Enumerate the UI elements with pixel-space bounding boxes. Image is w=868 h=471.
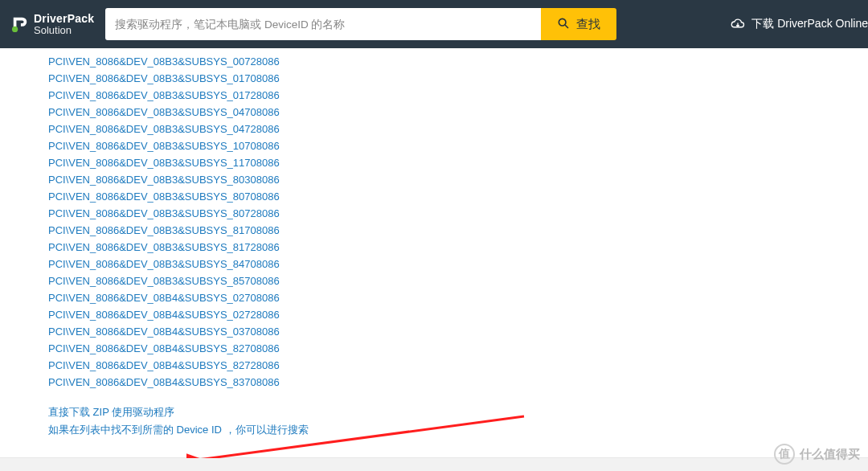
- cloud-download-icon: [731, 18, 745, 30]
- search-input[interactable]: [105, 8, 541, 40]
- search-hint-link[interactable]: 如果在列表中找不到所需的 Device ID ，你可以进行搜索: [48, 421, 820, 439]
- main-content: PCI\VEN_8086&DEV_08B3&SUBSYS_00728086PCI…: [0, 48, 868, 458]
- device-id-link[interactable]: PCI\VEN_8086&DEV_08B3&SUBSYS_11708086: [48, 154, 820, 171]
- device-id-link[interactable]: PCI\VEN_8086&DEV_08B4&SUBSYS_82708086: [48, 340, 820, 357]
- device-id-link[interactable]: PCI\VEN_8086&DEV_08B3&SUBSYS_00728086: [48, 53, 820, 70]
- header-bar: DriverPack Solution 查找 下载 DriverPack Onl…: [0, 0, 868, 48]
- brand-text: DriverPack Solution: [34, 13, 94, 35]
- watermark-text: 什么值得买: [800, 447, 860, 462]
- brand-logo[interactable]: DriverPack Solution: [11, 13, 94, 35]
- device-id-link[interactable]: PCI\VEN_8086&DEV_08B3&SUBSYS_01728086: [48, 87, 820, 104]
- device-id-link[interactable]: PCI\VEN_8086&DEV_08B3&SUBSYS_04728086: [48, 121, 820, 137]
- driverpack-logo-icon: [11, 15, 29, 33]
- device-id-link[interactable]: PCI\VEN_8086&DEV_08B3&SUBSYS_85708086: [48, 272, 820, 289]
- search-icon: [557, 17, 570, 32]
- device-id-link[interactable]: PCI\VEN_8086&DEV_08B3&SUBSYS_84708086: [48, 256, 820, 272]
- download-online-label: 下载 DriverPack Online: [751, 17, 868, 31]
- search-bar: 查找: [105, 8, 616, 40]
- device-id-link[interactable]: PCI\VEN_8086&DEV_08B3&SUBSYS_10708086: [48, 137, 820, 154]
- watermark: 值 什么值得买: [774, 444, 860, 465]
- watermark-badge-icon: 值: [774, 444, 795, 465]
- search-button[interactable]: 查找: [541, 8, 616, 40]
- device-id-link[interactable]: PCI\VEN_8086&DEV_08B3&SUBSYS_01708086: [48, 70, 820, 87]
- brand-line1: DriverPack: [34, 13, 94, 25]
- device-id-link[interactable]: PCI\VEN_8086&DEV_08B4&SUBSYS_83708086: [48, 374, 820, 391]
- brand-line2: Solution: [34, 25, 94, 36]
- svg-point-1: [559, 18, 567, 26]
- device-id-link[interactable]: PCI\VEN_8086&DEV_08B4&SUBSYS_82728086: [48, 357, 820, 374]
- device-id-link[interactable]: PCI\VEN_8086&DEV_08B3&SUBSYS_81728086: [48, 239, 820, 256]
- device-id-link[interactable]: PCI\VEN_8086&DEV_08B4&SUBSYS_03708086: [48, 323, 820, 340]
- page-footer-strip: [0, 458, 868, 471]
- device-id-link[interactable]: PCI\VEN_8086&DEV_08B4&SUBSYS_02708086: [48, 289, 820, 306]
- device-id-link[interactable]: PCI\VEN_8086&DEV_08B4&SUBSYS_02728086: [48, 306, 820, 323]
- download-zip-link[interactable]: 直接下载 ZIP 使用驱动程序: [48, 403, 820, 421]
- device-id-link[interactable]: PCI\VEN_8086&DEV_08B3&SUBSYS_81708086: [48, 222, 820, 239]
- svg-line-2: [565, 25, 568, 28]
- device-id-link[interactable]: PCI\VEN_8086&DEV_08B3&SUBSYS_80728086: [48, 205, 820, 222]
- search-button-label: 查找: [576, 17, 600, 32]
- download-online-link[interactable]: 下载 DriverPack Online: [721, 0, 868, 48]
- device-id-link[interactable]: PCI\VEN_8086&DEV_08B3&SUBSYS_80708086: [48, 188, 820, 205]
- device-id-link[interactable]: PCI\VEN_8086&DEV_08B3&SUBSYS_04708086: [48, 104, 820, 121]
- bottom-links: 直接下载 ZIP 使用驱动程序 如果在列表中找不到所需的 Device ID ，…: [48, 403, 820, 439]
- svg-point-0: [12, 27, 18, 32]
- device-id-list: PCI\VEN_8086&DEV_08B3&SUBSYS_00728086PCI…: [48, 48, 820, 391]
- device-id-link[interactable]: PCI\VEN_8086&DEV_08B3&SUBSYS_80308086: [48, 171, 820, 188]
